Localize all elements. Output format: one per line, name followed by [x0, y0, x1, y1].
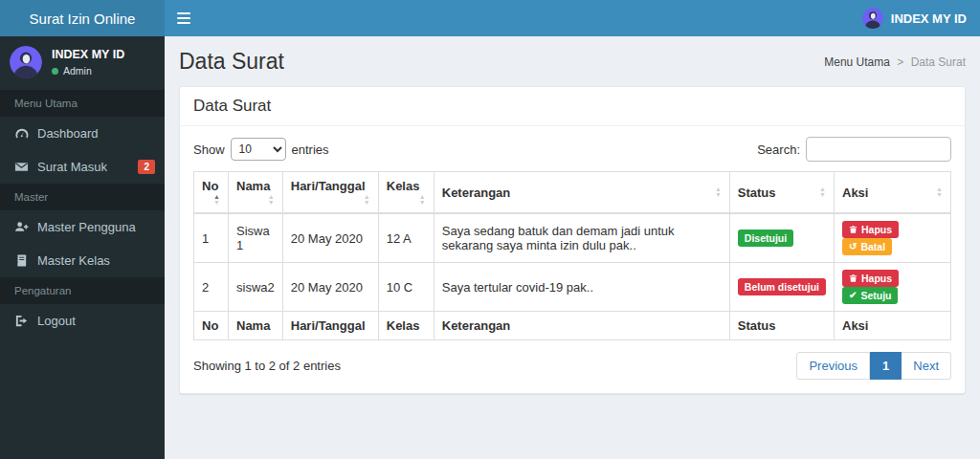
sidebar-item-label: Dashboard — [37, 126, 99, 141]
card-body: Show 10 entries Search: No▲▼ Nama▲▼ H — [180, 126, 965, 393]
sidebar-item-label: Logout — [37, 314, 76, 328]
content-header: Data Surat Menu Utama > Data Surat — [165, 36, 980, 84]
next-page-button[interactable]: Next — [902, 352, 951, 380]
cell-aksi: Hapus ↺Batal — [835, 213, 951, 263]
cell-kelas: 12 A — [378, 213, 434, 263]
sort-icon: ▲▼ — [268, 194, 275, 206]
avatar — [10, 46, 42, 78]
entries-info: Showing 1 to 2 of 2 entries — [193, 359, 341, 373]
navbar-username: INDEX MY ID — [891, 11, 967, 26]
sidebar-item-label: Master Kelas — [37, 253, 110, 268]
cell-keterangan: Saya sedang batuk dan demam jadi untuk s… — [434, 213, 729, 263]
column-header-kelas[interactable]: Kelas▲▼ — [378, 172, 434, 214]
sidebar-item-label: Master Pengguna — [37, 220, 136, 234]
avatar — [862, 8, 883, 29]
sidebar-item-surat-masuk[interactable]: Surat Masuk 2 — [0, 150, 165, 184]
table-row: 1 Siswa 1 20 May 2020 12 A Saya sedang b… — [194, 213, 951, 263]
cell-no: 2 — [194, 263, 229, 312]
sort-icon: ▲▼ — [819, 186, 826, 198]
cell-nama: Siswa 1 — [229, 213, 283, 263]
page-title: Data Surat — [179, 49, 284, 75]
sidebar-item-master-kelas[interactable]: Master Kelas — [0, 244, 165, 277]
column-header-no[interactable]: No▲▼ — [194, 172, 229, 214]
cell-kelas: 10 C — [378, 263, 434, 312]
book-icon — [14, 253, 29, 268]
setuju-button[interactable]: ✔Setuju — [842, 287, 898, 304]
trash-icon — [849, 225, 858, 234]
data-surat-card: Data Surat Show 10 entries Search: — [179, 86, 966, 394]
unread-count-badge: 2 — [138, 160, 155, 174]
sidebar-user-status: Admin — [52, 65, 124, 76]
table-row: 2 siswa2 20 May 2020 10 C Saya tertular … — [194, 263, 951, 312]
sidebar-item-label: Surat Masuk — [37, 160, 107, 174]
sort-icon: ▲▼ — [419, 194, 426, 206]
table-controls: Show 10 entries Search: — [193, 137, 951, 162]
column-header-keterangan[interactable]: Keterangan▲▼ — [434, 172, 729, 214]
status-badge: Belum disetujui — [738, 278, 826, 295]
envelope-icon — [14, 160, 29, 174]
cell-status: Belum disetujui — [729, 263, 834, 312]
hapus-button[interactable]: Hapus — [842, 270, 899, 287]
logout-icon — [14, 314, 29, 328]
sort-icon: ▲▼ — [364, 194, 370, 206]
data-surat-table: No▲▼ Nama▲▼ Hari/Tanggal▲▼ Kelas▲▼ Keter… — [193, 171, 951, 340]
sort-icon: ▲▼ — [936, 186, 943, 198]
sidebar-item-logout[interactable]: Logout — [0, 304, 165, 338]
menu-header-menu-utama: Menu Utama — [0, 90, 165, 117]
breadcrumb: Menu Utama > Data Surat — [824, 55, 966, 69]
footer-nama: Nama — [229, 312, 283, 340]
cell-tanggal: 20 May 2020 — [282, 263, 378, 312]
column-header-aksi[interactable]: Aksi▲▼ — [835, 172, 951, 214]
cell-aksi: Hapus ✔Setuju — [835, 263, 951, 312]
user-plus-icon — [14, 220, 29, 234]
length-suffix-label: entries — [292, 142, 329, 157]
navbar-rest: INDEX MY ID — [165, 0, 980, 36]
navbar-user-menu[interactable]: INDEX MY ID — [849, 0, 980, 36]
menu-header-master: Master — [0, 184, 165, 210]
column-header-nama[interactable]: Nama▲▼ — [229, 172, 283, 214]
search-input[interactable] — [806, 137, 951, 162]
footer-aksi: Aksi — [835, 312, 951, 340]
top-navbar: Surat Izin Online INDEX MY ID — [0, 0, 980, 36]
hamburger-icon — [177, 12, 190, 14]
cell-no: 1 — [194, 213, 229, 263]
table-footer-row: No Nama Hari/Tanggal Kelas Keterangan St… — [194, 312, 951, 340]
status-badge: Disetujui — [738, 230, 793, 247]
sidebar-user-role: Admin — [63, 65, 92, 76]
cell-nama: siswa2 — [229, 263, 283, 312]
sidebar-toggle-button[interactable] — [165, 0, 203, 36]
cell-status: Disetujui — [729, 213, 834, 263]
sidebar-item-master-pengguna[interactable]: Master Pengguna — [0, 210, 165, 244]
undo-icon: ↺ — [849, 242, 857, 251]
card-title: Data Surat — [180, 87, 965, 126]
table-footer: Showing 1 to 2 of 2 entries Previous 1 N… — [193, 352, 951, 380]
sidebar-user-panel: INDEX MY ID Admin — [0, 36, 165, 90]
online-status-icon — [52, 68, 58, 75]
cell-tanggal: 20 May 2020 — [282, 213, 378, 263]
menu-header-pengaturan: Pengaturan — [0, 277, 165, 304]
sidebar: INDEX MY ID Admin Menu Utama Dashboard S… — [0, 36, 165, 459]
footer-no: No — [194, 312, 229, 340]
trash-icon — [849, 273, 858, 283]
table-header-row: No▲▼ Nama▲▼ Hari/Tanggal▲▼ Kelas▲▼ Keter… — [194, 172, 951, 214]
column-header-hari-tanggal[interactable]: Hari/Tanggal▲▼ — [282, 172, 378, 214]
main-content: Data Surat Menu Utama > Data Surat Data … — [165, 36, 980, 459]
search-control: Search: — [757, 137, 951, 162]
sidebar-item-dashboard[interactable]: Dashboard — [0, 117, 165, 150]
sort-icon: ▲▼ — [213, 194, 220, 206]
page-length-select[interactable]: 10 — [231, 138, 286, 161]
page-1-button[interactable]: 1 — [870, 352, 902, 380]
pagination: Previous 1 Next — [796, 352, 951, 380]
hapus-button[interactable]: Hapus — [842, 221, 899, 238]
breadcrumb-separator: > — [897, 55, 903, 69]
batal-button[interactable]: ↺Batal — [842, 238, 892, 255]
breadcrumb-parent[interactable]: Menu Utama — [824, 55, 890, 69]
column-header-status[interactable]: Status▲▼ — [729, 172, 834, 214]
footer-kelas: Kelas — [378, 312, 434, 340]
previous-page-button[interactable]: Previous — [796, 352, 870, 380]
cell-keterangan: Saya tertular covid-19 pak.. — [434, 263, 729, 312]
footer-hari-tanggal: Hari/Tanggal — [282, 312, 378, 340]
page-length-control: Show 10 entries — [193, 138, 329, 161]
brand-logo[interactable]: Surat Izin Online — [0, 0, 165, 36]
sidebar-username: INDEX MY ID — [52, 48, 124, 61]
